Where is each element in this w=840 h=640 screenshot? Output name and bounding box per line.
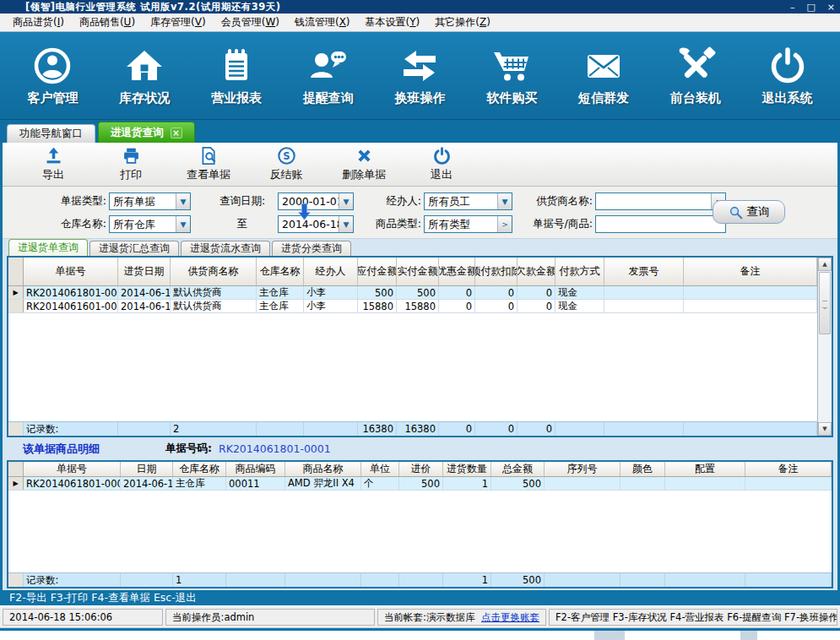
table-row[interactable]: ▶RK2014061801-00012014-06-18默认供货商主仓库小李50… <box>8 286 817 300</box>
date-to-picker[interactable]: 2014-06-18 ▼ <box>278 215 354 233</box>
bill-no-input[interactable] <box>595 215 726 233</box>
menu-item[interactable]: 商品进货(I) <box>5 14 72 31</box>
account-value: 演示数据库 <box>426 611 475 623</box>
action-button-退出[interactable]: 退出 <box>403 146 480 182</box>
menu-item[interactable]: 会员管理(W) <box>214 14 287 31</box>
menu-item[interactable]: 其它操作(Z) <box>427 14 498 31</box>
status-operator: 当前操作员: admin <box>165 609 375 626</box>
action-button-导出[interactable]: 导出 <box>14 146 92 182</box>
toolbar-button-客户管理[interactable]: 客户管理 <box>10 46 95 106</box>
close-button[interactable]: × <box>827 3 835 12</box>
chevron-down-icon[interactable]: ▼ <box>497 193 512 209</box>
column-header[interactable]: 经办人 <box>304 258 358 285</box>
row-indicator-header <box>8 258 24 285</box>
column-header[interactable]: 单位 <box>361 462 399 476</box>
action-button-删除单据[interactable]: 删除单据 <box>325 146 403 182</box>
current-row-arrow-icon: ▶ <box>8 286 24 299</box>
scrollbar-track[interactable] <box>818 335 832 422</box>
toolbar-button-营业报表[interactable]: 营业报表 <box>194 46 279 106</box>
scroll-down-icon[interactable]: ▼ <box>818 422 832 436</box>
column-header[interactable]: 单据号 <box>24 462 121 476</box>
column-header[interactable]: 商品编码 <box>226 462 285 476</box>
status-datetime: 2014-06-18 15:06:06 <box>3 609 163 626</box>
toolbar-button-退出系统[interactable]: 退出系统 <box>745 46 830 106</box>
column-header[interactable]: 付款方式 <box>555 258 604 285</box>
switch-account-link[interactable]: 点击更换账套 <box>481 611 539 624</box>
table-cell <box>621 477 665 490</box>
svg-text:S: S <box>283 150 290 162</box>
column-header[interactable]: 序列号 <box>545 462 621 476</box>
operator-select[interactable]: 所有员工 ▼ <box>424 193 512 210</box>
column-header[interactable]: 总金额 <box>491 462 545 476</box>
column-header[interactable]: 进货日期 <box>118 258 171 285</box>
action-button-label: 导出 <box>42 167 64 182</box>
maximize-button[interactable]: □ <box>806 3 815 12</box>
column-header[interactable]: 实付金额 <box>397 258 439 285</box>
supplier-input[interactable]: > <box>595 193 726 210</box>
column-header[interactable]: 供货商名称 <box>171 258 257 285</box>
column-header[interactable]: 应付金额 <box>358 258 397 285</box>
footer-cell: 1 <box>173 573 226 587</box>
chevron-down-icon[interactable]: ▼ <box>339 193 353 209</box>
grid-header-row: 单据号日期仓库名称商品编码商品名称单位进价进货数量总金额序列号颜色配置备注 <box>8 462 832 477</box>
footer-cell <box>226 573 285 587</box>
bill-type-select[interactable]: 所有单据 ▼ <box>109 193 191 210</box>
toolbar-button-提醒查询[interactable]: 提醒查询 <box>286 46 371 106</box>
column-header[interactable]: 商品名称 <box>285 462 361 476</box>
column-header[interactable]: 优惠金额 <box>439 258 475 285</box>
vertical-scrollbar[interactable]: ▲ ▼ <box>817 258 832 436</box>
menu-item[interactable]: 商品销售(U) <box>72 14 143 31</box>
minimize-button[interactable]: – <box>790 3 795 12</box>
column-header[interactable]: 进货数量 <box>443 462 491 476</box>
query-tab-进退货汇总查询[interactable]: 进退货汇总查询 <box>89 241 179 256</box>
column-header[interactable]: 欠款金额 <box>518 258 555 285</box>
tab-function-navigator[interactable]: 功能导航窗口 <box>7 124 95 143</box>
product-type-select[interactable]: 所有类型 > <box>424 215 512 233</box>
column-header[interactable]: 进价 <box>399 462 443 476</box>
bill-type-label: 单据类型: <box>35 194 106 209</box>
action-button-查看单据[interactable]: 查看单据 <box>170 146 247 182</box>
column-header[interactable]: 仓库名称 <box>257 258 304 285</box>
query-tab-进退货流水查询[interactable]: 进退货流水查询 <box>181 241 270 256</box>
toolbar-button-库存状况[interactable]: 库存状况 <box>102 46 187 106</box>
search-button[interactable]: 查询 <box>713 200 785 224</box>
browse-icon[interactable]: > <box>497 216 512 232</box>
chevron-down-icon[interactable]: ▼ <box>176 193 190 209</box>
column-header[interactable]: 预付款扣除 <box>475 258 518 285</box>
table-row[interactable]: ▶RK2014061801-00012014-06-18主仓库00011AMD … <box>8 477 832 491</box>
date-from-picker[interactable]: 2000-01-01 ▼ <box>278 193 354 210</box>
chevron-down-icon[interactable]: ▼ <box>176 216 190 232</box>
table-row[interactable]: RK2014061601-00012014-06-16默认供货商主仓库小李158… <box>8 300 817 313</box>
column-header[interactable]: 颜色 <box>621 462 665 476</box>
column-header[interactable]: 发票号 <box>604 258 684 285</box>
menu-item[interactable]: 钱流管理(X) <box>287 14 358 31</box>
column-header[interactable]: 备注 <box>684 258 817 285</box>
scrollbar-thumb[interactable] <box>819 272 831 334</box>
chevron-down-icon[interactable]: ▼ <box>339 216 353 232</box>
search-button-label: 查询 <box>747 204 770 220</box>
toolbar-button-label: 换班操作 <box>394 90 445 106</box>
toolbar-button-短信群发[interactable]: 短信群发 <box>561 46 646 106</box>
warehouse-select[interactable]: 所有仓库 ▼ <box>109 215 191 233</box>
toolbar-button-前台装机[interactable]: 前台装机 <box>653 46 738 106</box>
action-button-反结账[interactable]: S反结账 <box>247 146 325 182</box>
menu-item[interactable]: 基本设置(Y) <box>358 14 428 31</box>
column-header[interactable]: 日期 <box>121 462 173 476</box>
detail-title: 该单据商品明细 <box>23 442 100 457</box>
table-cell: 0 <box>475 286 518 299</box>
column-header[interactable]: 仓库名称 <box>173 462 226 476</box>
tab-close-icon[interactable]: × <box>171 127 182 138</box>
column-header[interactable]: 单据号 <box>24 258 118 285</box>
toolbar-button-软件购买[interactable]: 软件购买 <box>469 46 554 106</box>
column-header[interactable]: 备注 <box>745 462 832 476</box>
column-header[interactable]: 配置 <box>665 462 745 476</box>
action-button-打印[interactable]: 打印 <box>92 146 170 182</box>
reminder-icon <box>308 46 349 86</box>
query-tab-进退货单查询[interactable]: 进退货单查询 <box>8 239 88 256</box>
scroll-up-icon[interactable]: ▲ <box>818 258 832 271</box>
tab-purchase-return-query[interactable]: 进退货查询 × <box>98 122 195 143</box>
menu-item[interactable]: 库存管理(V) <box>143 14 214 31</box>
query-tab-进货分类查询[interactable]: 进货分类查询 <box>272 241 351 256</box>
toolbar-button-换班操作[interactable]: 换班操作 <box>377 46 462 106</box>
user-circle-icon <box>32 46 73 86</box>
